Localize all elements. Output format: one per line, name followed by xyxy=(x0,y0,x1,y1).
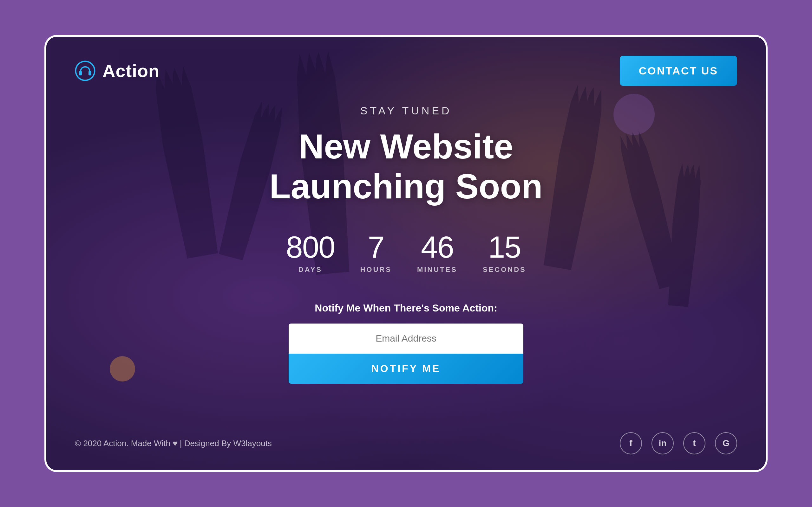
stay-tuned-label: STAY TUNED xyxy=(360,105,452,117)
linkedin-button[interactable]: in xyxy=(652,432,674,454)
minutes-label: MINUTES xyxy=(417,266,457,274)
seconds-label: SECONDS xyxy=(483,266,526,274)
facebook-button[interactable]: f xyxy=(620,432,642,454)
countdown: 800 DAYS 7 HOURS 46 MINUTES 15 SECONDS xyxy=(286,232,526,274)
headline-line1: New Website xyxy=(299,127,513,166)
seconds-value: 15 xyxy=(488,232,521,262)
countdown-days: 800 DAYS xyxy=(286,232,335,274)
twitter-button[interactable]: t xyxy=(683,432,705,454)
hours-value: 7 xyxy=(368,232,384,262)
footer: © 2020 Action. Made With ♥ | Designed By… xyxy=(46,416,766,470)
countdown-minutes: 46 MINUTES xyxy=(417,232,457,274)
email-input[interactable] xyxy=(289,324,523,354)
notify-button[interactable]: NOTIFY ME xyxy=(289,354,523,384)
hours-label: HOURS xyxy=(360,266,392,274)
days-value: 800 xyxy=(286,232,335,262)
main-headline: New Website Launching Soon xyxy=(269,126,543,207)
minutes-value: 46 xyxy=(421,232,454,262)
copyright-text: © 2020 Action. Made With ♥ | Designed By… xyxy=(75,439,272,448)
main-window: Action CONTACT US STAY TUNED New Website… xyxy=(44,35,768,472)
google-button[interactable]: G xyxy=(715,432,737,454)
notify-label: Notify Me When There's Some Action: xyxy=(289,302,523,314)
countdown-seconds: 15 SECONDS xyxy=(483,232,526,274)
social-icons: f in t G xyxy=(620,432,737,454)
headline-line2: Launching Soon xyxy=(269,167,543,206)
countdown-hours: 7 HOURS xyxy=(360,232,392,274)
main-content: STAY TUNED New Website Launching Soon 80… xyxy=(46,37,766,470)
notify-form: Notify Me When There's Some Action: NOTI… xyxy=(289,302,523,384)
days-label: DAYS xyxy=(299,266,322,274)
